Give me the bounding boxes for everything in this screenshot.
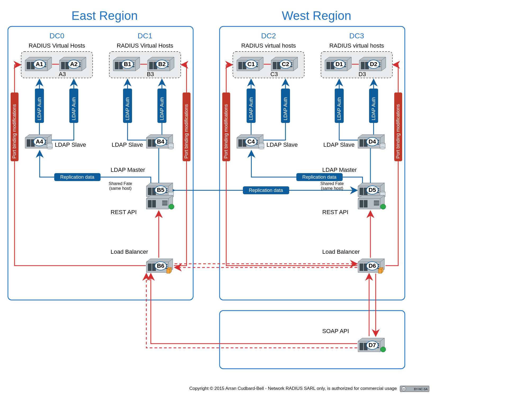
node-D1: D1 (335, 61, 343, 67)
port-binding-east-left: Port binding modifications (12, 104, 17, 159)
ldap-slave-A4-label: LDAP Slave (55, 141, 86, 148)
svg-text:A4: A4 (36, 138, 43, 145)
lb-east-label: Load Balancer (111, 248, 148, 255)
ldap-auth-label-a1: LDAP Auth (37, 97, 42, 120)
node-D3: D3 (359, 71, 366, 77)
ldap-slave-C4-label: LDAP Slave (266, 141, 298, 148)
ldap-auth-label-c1: LDAP Auth (248, 97, 254, 120)
soap-api-D7: D7 (358, 338, 386, 352)
replication-east-label: Replication data (60, 174, 94, 180)
ldap-slave-D4: D4 (358, 135, 385, 149)
svg-text:B5: B5 (157, 187, 164, 193)
node-B1: B1 (124, 61, 131, 67)
soap-api-label: SOAP API (322, 328, 349, 334)
lb-west-label: Load Balancer (322, 248, 360, 255)
shared-fate-east2: (same host) (109, 186, 131, 191)
ldap-slave-D4-label: LDAP Slave (323, 141, 355, 148)
shared-fate-west2: (same host) (321, 186, 343, 191)
ldap-auth-east: LDAP Auth LDAP Auth LDAP Auth LDAP Auth (35, 79, 166, 133)
port-binding-west-left: Port binding modifications (223, 104, 229, 159)
ldap-auth-label-c2: LDAP Auth (283, 97, 288, 120)
node-C2: C2 (282, 61, 289, 67)
radius-group-dc1: RADIUS Virtual Hosts B1 B2 B3 (109, 42, 181, 78)
rest-api-east-node (146, 195, 174, 209)
cc-badge: cc BY-NC-SA (400, 386, 429, 392)
shared-fate-east1: Shared Fate (109, 181, 132, 186)
lb-D6: D6 (358, 259, 384, 273)
node-A3: A3 (59, 71, 66, 77)
radius-group-dc2: RADIUS virtual hosts C1 C2 C3 (233, 42, 304, 78)
radius-header-dc0: RADIUS Virtual Hosts (29, 42, 85, 49)
ldap-slave-B4-label: LDAP Slave (112, 141, 143, 148)
node-C1: C1 (247, 61, 255, 67)
node-A2: A2 (70, 61, 78, 67)
west-region-title: West Region (282, 9, 351, 22)
radius-group-dc3: RADIUS virtual hosts D1 D2 D3 (321, 42, 392, 78)
port-binding-west-right: Port binding modifications (395, 104, 401, 159)
lb-B6: B6 (146, 259, 173, 273)
ldap-slave-C4: C4 (237, 135, 264, 149)
ldap-auth-label-b1: LDAP Auth (125, 97, 130, 120)
ldap-slave-B4: B4 (146, 135, 174, 149)
copyright-text: Copyright © 2015 Arran Cudbard-Bell - Ne… (189, 386, 397, 391)
ldap-master-east-label: LDAP Master (111, 167, 145, 173)
svg-text:D5: D5 (369, 187, 376, 193)
shared-fate-west1: Shared Fate (320, 181, 344, 186)
ldap-slave-A4: A4 (25, 135, 52, 149)
ldap-master-west-label: LDAP Master (322, 167, 357, 173)
svg-text:cc: cc (402, 387, 405, 390)
radius-header-dc3: RADIUS virtual hosts (329, 42, 384, 49)
node-D2: D2 (370, 61, 377, 67)
svg-text:D7: D7 (369, 342, 376, 348)
svg-text:B4: B4 (157, 138, 165, 145)
radius-group-dc0: RADIUS Virtual Hosts A1 A2 A3 (21, 42, 93, 78)
svg-text:D6: D6 (369, 262, 376, 269)
diagram: East Region West Region DC0 DC1 DC2 DC3 … (0, 0, 508, 420)
node-A1: A1 (36, 61, 43, 67)
ldap-auth-label-a2: LDAP Auth (71, 97, 76, 120)
radius-header-dc2: RADIUS virtual hosts (241, 42, 296, 49)
replication-west-label: Replication data (302, 174, 337, 180)
radius-header-dc1: RADIUS Virtual Hosts (117, 42, 173, 49)
ldap-auth-label-d1: LDAP Auth (337, 97, 342, 120)
ldap-auth-label-d2: LDAP Auth (371, 97, 376, 120)
svg-text:C4: C4 (247, 138, 255, 145)
dc3-title: DC3 (349, 32, 364, 40)
replication-cross-label: Replication data (249, 188, 283, 193)
rest-api-west-label: REST API (322, 209, 348, 215)
svg-text:B6: B6 (157, 262, 164, 269)
dc2-title: DC2 (261, 32, 276, 40)
svg-text:BY-NC-SA: BY-NC-SA (414, 387, 428, 391)
rest-api-east-label: REST API (111, 209, 137, 215)
ldap-auth-label-b2: LDAP Auth (159, 97, 165, 120)
port-binding-east-right: Port binding modifications (184, 104, 189, 159)
dc1-title: DC1 (138, 32, 152, 40)
rest-api-west-node (358, 195, 386, 209)
ldap-auth-west: LDAP Auth LDAP Auth LDAP Auth LDAP Auth (247, 79, 378, 133)
east-region-title: East Region (71, 9, 138, 22)
dc0-title: DC0 (49, 32, 64, 40)
node-B2: B2 (158, 61, 166, 67)
node-B3: B3 (147, 71, 154, 77)
svg-text:D4: D4 (369, 138, 376, 145)
node-C3: C3 (270, 71, 278, 77)
